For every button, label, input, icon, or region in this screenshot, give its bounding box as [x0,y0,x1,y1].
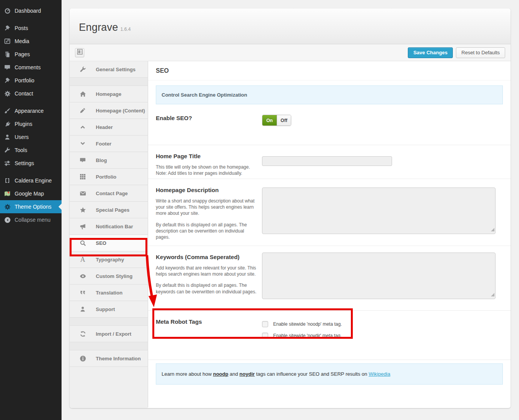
sidebar-item-caldera-engine[interactable]: Caldera Engine [0,174,62,187]
tab-seo[interactable]: SEO [70,235,148,251]
gauge-icon [3,7,11,15]
meta-robot-tags-label: Meta Robot Tags [156,318,258,325]
chevron-up-icon [79,124,86,131]
tab-support[interactable]: Support [70,301,148,318]
tab-theme-information[interactable]: Theme Information [70,350,148,367]
note-text: Learn more about how [162,371,213,377]
reset-to-defaults-button[interactable]: Reset to Defaults [456,47,505,58]
tab-special-pages[interactable]: Special Pages [70,202,148,218]
sidebar-item-users[interactable]: Users [0,131,62,144]
sidebar-item-comments[interactable]: Comments [0,61,62,74]
home-page-title-input[interactable] [262,156,392,166]
noodp-term: noodp [213,371,229,377]
tab-contact-page[interactable]: Contact Page [70,185,148,202]
theme-options-panel: Engrave1.6.4 Save Changes Reset to Defau… [70,8,511,408]
tab-label: Custom Styling [96,273,132,279]
tab-general-settings[interactable]: General Settings [70,61,148,78]
tab-notification-bar[interactable]: Notification Bar [70,218,148,235]
person-icon [79,306,86,313]
tab-portfolio[interactable]: Portfolio [70,169,148,185]
pushpin-icon [3,77,11,84]
tab-label: Translation [96,290,122,296]
eye-icon [79,273,86,279]
keywords-label: Keywords (Comma Seperated) [156,254,258,260]
magnifier-icon [79,239,86,246]
sidebar-item-posts[interactable]: Posts [0,22,62,35]
noydir-label: Enable sitewide 'noydir' meta tag. [273,333,342,338]
sidebar-item-label: Google Map [15,191,44,197]
homepage-description-desc2: By default this is displayed on all page… [156,222,258,241]
section-title: SEO [148,61,511,80]
comment-icon [79,157,86,164]
noodp-checkbox[interactable] [262,321,268,327]
sync-icon [79,330,86,337]
tab-separator [70,342,148,350]
letter-a-icon: A [79,256,86,263]
sidebar-item-contact[interactable]: Contact [0,87,62,100]
grid-icon [79,173,86,180]
keywords-textarea[interactable] [262,253,496,299]
sidebar-item-portfolio[interactable]: Portfolio [0,74,62,87]
toggle-off[interactable]: Off [277,115,291,125]
noydir-checkbox[interactable] [262,333,268,339]
sidebar-item-settings[interactable]: Settings [0,157,62,170]
noydir-term: noydir [239,371,255,377]
sidebar-item-label: Plugins [15,121,32,127]
megaphone-icon [79,223,86,230]
tab-custom-styling[interactable]: Custom Styling [70,268,148,284]
homepage-description-textarea[interactable] [262,187,496,234]
layout-toggle-button[interactable] [75,48,84,57]
tab-translation[interactable]: Translation [70,284,148,301]
tab-label: Special Pages [96,207,129,213]
keywords-desc2: By default this is displayed on all page… [156,282,258,295]
tab-import-export[interactable]: Import / Export [70,326,148,342]
sidebar-item-pages[interactable]: Pages [0,48,62,61]
sidebar-item-label: Appearance [15,108,44,114]
theme-tabs: General Settings Homepage Homepage (Cont… [70,61,148,407]
wrench-icon [79,66,86,73]
tab-header[interactable]: Header [70,119,148,136]
wrench-icon [3,146,11,154]
tab-homepage-content[interactable]: Homepage (Content) [70,102,148,119]
enable-seo-label: Enable SEO? [156,115,262,126]
layout-icon [77,49,83,56]
sidebar-item-theme-options[interactable]: Theme Options [0,200,62,213]
tab-blog[interactable]: Blog [70,152,148,169]
tab-label: Homepage (Content) [96,108,145,114]
tab-separator [70,78,148,86]
sidebar-item-label: Theme Options [15,204,52,210]
sidebar-item-label: Settings [15,160,34,166]
theme-version: 1.6.4 [120,27,131,32]
keywords-section: Keywords (Comma Seperated) Add keywords … [148,246,511,311]
sidebar-item-tools[interactable]: Tools [0,144,62,157]
toggle-on[interactable]: On [262,115,277,125]
page: Dashboard Posts Media Pages Comments Por… [0,0,519,420]
chevron-down-icon [79,140,86,147]
keywords-desc1: Add keywords that are relevant for your … [156,265,258,277]
sidebar-item-media[interactable]: Media [0,35,62,48]
tab-homepage[interactable]: Homepage [70,86,148,102]
tab-label: Footer [96,141,111,147]
sidebar-item-plugins[interactable]: Plugins [0,117,62,131]
sidebar-item-appearance[interactable]: Appearance [0,104,62,117]
tab-footer[interactable]: Footer [70,136,148,152]
tab-separator [70,318,148,326]
sidebar-item-label: Caldera Engine [15,177,52,184]
sidebar-item-label: Media [15,38,29,44]
save-changes-button[interactable]: Save Changes [408,47,453,58]
tab-label: Header [96,124,113,130]
sidebar-item-dashboard[interactable]: Dashboard [0,4,62,17]
sidebar-item-label: Tools [15,147,27,153]
wikipedia-link[interactable]: Wikipedia [369,371,390,377]
homepage-description-label: Homepage Description [156,187,258,193]
tab-typography[interactable]: A Typography [70,251,148,268]
brackets-icon [3,177,11,184]
user-icon [3,133,11,141]
sidebar-item-collapse-menu[interactable]: Collapse menu [0,213,62,226]
sidebar-item-google-map[interactable]: Google Map [0,187,62,200]
sidebar-item-label: Pages [15,51,30,57]
tab-label: Contact Page [96,191,128,196]
tab-label: Typography [96,257,124,263]
enable-seo-toggle[interactable]: On Off [262,115,291,126]
brush-icon [3,107,11,115]
